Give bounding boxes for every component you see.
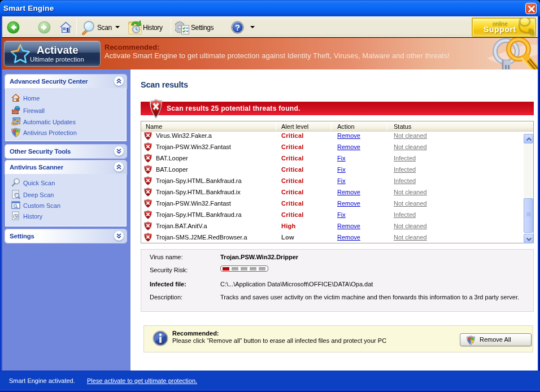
- svg-text:?: ?: [235, 23, 240, 32]
